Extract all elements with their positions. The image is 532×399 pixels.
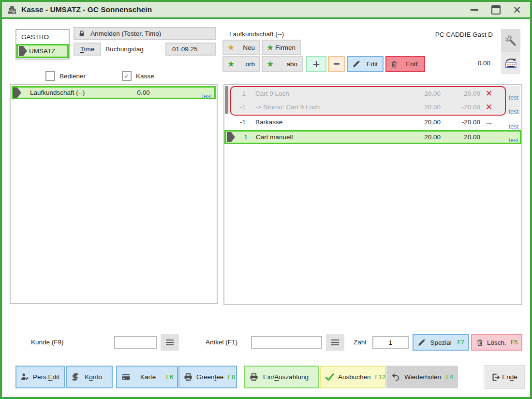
sales-row[interactable]: -1 Barkasse 20.00 -20.00 → test	[225, 116, 520, 129]
trash-icon	[390, 60, 398, 68]
sales-list-panel: 1 Cart 9 Loch 20.00 20.00 ✕ test -1 -> S…	[223, 84, 522, 305]
abo-button[interactable]: ★ abo	[262, 56, 303, 72]
exit-icon	[491, 372, 501, 382]
ausbuchen-button[interactable]: Ausbuchen F12	[320, 366, 386, 388]
test-link[interactable]: test	[498, 108, 520, 115]
buchungstag-field[interactable]: 01.09.25	[165, 43, 216, 56]
minus-button[interactable]: −	[328, 56, 345, 72]
tab-label: GASTRO	[21, 33, 49, 41]
zahl-label: Zahl	[354, 334, 366, 351]
printer-icon	[183, 372, 193, 382]
ende-button[interactable]: Ende	[484, 366, 524, 388]
zahl-input[interactable]	[372, 336, 409, 349]
customer-amount: 0.00	[137, 89, 149, 96]
pers-edit-button[interactable]: Pers.Edit	[15, 366, 65, 388]
undo-icon	[391, 372, 400, 382]
orb-button[interactable]: ★ orb	[222, 56, 260, 72]
customer-row[interactable]: Laufkundschaft (--) 0.00 test	[12, 86, 216, 99]
karte-button[interactable]: Karte F6	[116, 366, 178, 388]
kasse-window: Kasse - UMSATZ - GC Sonnenschein ✕ GASTR…	[0, 0, 532, 399]
minimize-button[interactable]	[469, 5, 480, 15]
maximize-button[interactable]	[490, 5, 501, 15]
test-link[interactable]: test	[498, 137, 520, 144]
test-link[interactable]: test	[202, 93, 214, 100]
anmelden-button[interactable]: Anmelden (Tester, Timo)	[74, 27, 216, 40]
plus-icon: +	[312, 57, 320, 72]
check-icon	[325, 372, 335, 382]
balance-value: 0.00	[439, 59, 490, 67]
checkbox-unchecked-icon	[45, 71, 55, 81]
neu-button[interactable]: ★ Neu	[222, 40, 260, 55]
firmen-button[interactable]: ★ Firmen	[262, 40, 301, 55]
cancel-x-icon[interactable]: ✕	[480, 102, 498, 112]
magic-wand-icon	[504, 34, 517, 47]
lock-icon	[78, 30, 86, 38]
cash-register-icon	[7, 5, 17, 15]
selected-marker-icon	[19, 46, 27, 56]
artikel-label: Artikel (F1)	[206, 334, 237, 351]
cancel-x-icon[interactable]: ✕	[480, 89, 498, 99]
person-edit-icon	[20, 372, 30, 382]
arrow-right-icon[interactable]: →	[480, 117, 498, 128]
menu-icon	[331, 340, 339, 341]
buchungstag-label: Buchungstag	[105, 43, 144, 56]
svg-text:×××××: ×××××	[506, 63, 515, 66]
storno-group-bar	[225, 86, 228, 114]
test-link[interactable]: test	[498, 123, 520, 130]
tab-gastro[interactable]: GASTRO	[16, 30, 69, 44]
edit-button[interactable]: Edit	[347, 56, 384, 72]
pencil-icon	[352, 60, 360, 68]
time-button[interactable]: Time	[74, 43, 101, 56]
star-icon: ★	[227, 60, 235, 68]
selected-marker-icon	[13, 88, 21, 98]
konto-button[interactable]: Konto	[66, 366, 113, 388]
checkbox-checked-icon	[122, 71, 132, 81]
plus-button[interactable]: +	[306, 56, 326, 72]
kunde-input[interactable]	[114, 336, 157, 349]
coins-icon	[71, 372, 80, 382]
loesch-button[interactable]: Lösch. F5	[471, 334, 522, 351]
greenfee-button[interactable]: Greenfee F8	[178, 366, 237, 388]
kasse-checkbox[interactable]: Kasse	[122, 71, 154, 81]
star-icon: ★	[266, 60, 274, 68]
sales-row[interactable]: -1 -> Storno: Cart 9 Loch 20.00 -20.00 ✕…	[225, 101, 520, 114]
window-content: GASTRO UMSATZ Anmelden (Tester, Timo) Ti…	[4, 22, 528, 395]
pencil-icon	[417, 339, 426, 347]
artikel-menu-button[interactable]	[326, 334, 344, 351]
star-icon: ★	[227, 44, 235, 52]
buchungstag-value: 01.09.25	[172, 45, 198, 53]
window-title: Kasse - UMSATZ - GC Sonnenschein	[21, 5, 152, 14]
sales-row[interactable]: 1 Cart 9 Loch 20.00 20.00 ✕ test	[225, 86, 520, 101]
tab-umsatz[interactable]: UMSATZ	[16, 44, 69, 58]
kunde-menu-button[interactable]	[161, 334, 179, 351]
artikel-input[interactable]	[251, 336, 322, 349]
keyboard-input-button[interactable]: ×××××	[501, 52, 520, 74]
star-icon: ★	[266, 44, 274, 52]
tab-label: UMSATZ	[29, 47, 56, 55]
anmelden-label: Anmelden (Tester, Timo)	[90, 30, 161, 37]
keyboard-input-icon: ×××××	[504, 58, 517, 69]
customer-list-panel: Laufkundschaft (--) 0.00 test	[10, 84, 218, 304]
entf-button[interactable]: Entf.	[385, 56, 425, 72]
ein-auszahlung-button[interactable]: Ein/Auszahlung	[244, 366, 319, 388]
customer-name: Laufkundschaft (--)	[30, 89, 85, 96]
area-tabs: GASTRO UMSATZ	[15, 29, 70, 59]
printer-icon	[249, 372, 259, 382]
close-button[interactable]: ✕	[512, 5, 522, 15]
magic-wand-button[interactable]	[501, 29, 520, 52]
test-link[interactable]: test	[498, 94, 520, 101]
account-name: PC CADDIE Gast D	[400, 31, 493, 38]
selected-marker-icon	[227, 132, 235, 142]
trash-icon	[476, 339, 484, 347]
credit-card-icon	[121, 372, 131, 382]
kunde-label: Kunde (F9)	[31, 334, 64, 351]
menu-icon	[166, 340, 174, 341]
sales-row-selected[interactable]: 1 Cart manuell 20.00 20.00 test	[224, 130, 521, 144]
spezial-button[interactable]: Spezial F7	[413, 334, 469, 351]
titlebar: Kasse - UMSATZ - GC Sonnenschein ✕	[2, 2, 530, 19]
customer-label: Laufkundschaft (--)	[229, 30, 284, 38]
bediener-checkbox[interactable]: Bediener	[45, 71, 86, 81]
minus-icon: −	[333, 58, 340, 71]
wiederholen-button[interactable]: Wiederholen F4	[386, 366, 458, 388]
